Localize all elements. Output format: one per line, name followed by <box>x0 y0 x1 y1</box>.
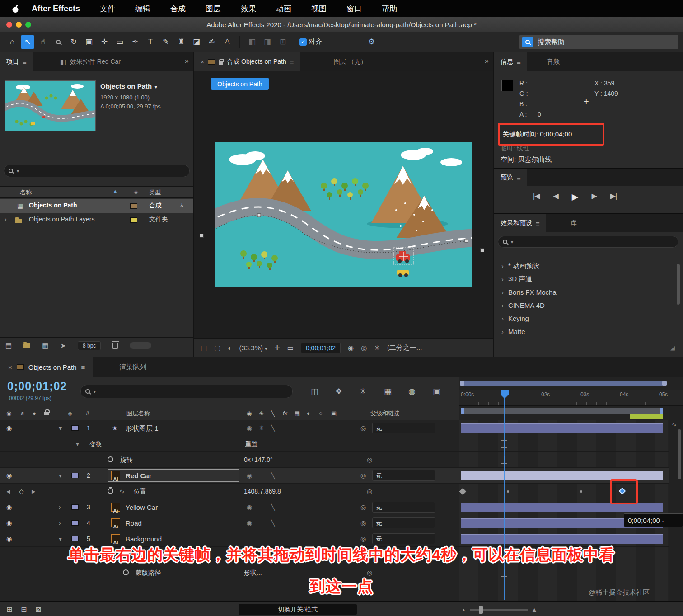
effects-scrollbar[interactable] <box>677 264 680 305</box>
eye-icon[interactable]: ◉ <box>6 468 12 484</box>
grid-guides-icon[interactable]: ✛ <box>274 344 280 352</box>
twirl-icon[interactable]: › <box>5 216 7 223</box>
menu-window[interactable]: 窗口 <box>346 4 362 14</box>
tab-composition[interactable]: × 合成 Objects on Path ≡ <box>194 52 300 71</box>
layer-color-chip[interactable] <box>71 520 79 526</box>
panel-menu-icon[interactable]: ≡ <box>536 220 540 227</box>
next-keyframe-icon[interactable]: ▶ <box>32 484 35 499</box>
prev-keyframe-icon[interactable]: ◀ <box>6 484 10 499</box>
project-search-input[interactable]: ▾ <box>4 165 190 177</box>
property-label[interactable]: 位置 <box>134 484 146 499</box>
channels-icon[interactable]: ◐ <box>228 344 232 352</box>
frame-blending-icon[interactable]: ▦ <box>384 377 392 406</box>
project-bit-depth[interactable]: 8 bpc <box>78 341 101 350</box>
tab-project[interactable]: 项目≡ <box>0 52 33 71</box>
switch-icon[interactable]: ◉ <box>247 468 252 484</box>
graph-icon[interactable]: ∿ <box>119 484 125 499</box>
pickwhip-icon[interactable]: ◎ <box>360 468 366 484</box>
layer-name[interactable]: 形状图层 1 <box>126 420 159 436</box>
timeline-vertical-scrollbar[interactable] <box>678 429 681 479</box>
tab-render-queue[interactable]: 渲染队列 <box>111 357 154 377</box>
column-type[interactable]: 类型 <box>149 188 161 197</box>
workspace-icon-c[interactable]: ⊞ <box>276 35 290 49</box>
search-help-field[interactable]: 搜索帮助 <box>519 35 678 49</box>
new-folder-icon[interactable] <box>23 343 30 348</box>
sort-asc-icon[interactable]: ▲ <box>113 188 117 193</box>
eye-icon[interactable]: ◉ <box>6 420 12 436</box>
motion-blur-icon[interactable]: ◍ <box>408 377 416 406</box>
pen-tool-icon[interactable]: ✒ <box>128 35 142 49</box>
path-vertex-handle[interactable] <box>200 234 204 238</box>
keyframe-diamond-start[interactable] <box>459 488 467 495</box>
layer-color-chip[interactable] <box>71 425 79 431</box>
twirl-icon[interactable]: › <box>501 301 504 309</box>
keyframe-dot[interactable] <box>580 490 582 493</box>
twirl-icon[interactable]: › <box>59 515 61 531</box>
panel-expand-icon[interactable]: » <box>185 57 189 65</box>
close-icon[interactable]: × <box>201 58 204 66</box>
pickwhip-icon[interactable]: ◎ <box>360 515 366 531</box>
menu-help[interactable]: 帮助 <box>382 4 397 14</box>
show-snapshot-icon[interactable]: ◎ <box>361 344 367 352</box>
tab-effect-controls[interactable]: ◧ 效果控件 Red Car <box>54 52 127 71</box>
menu-app-name[interactable]: After Effects <box>32 4 80 14</box>
graph-toggle-icon[interactable]: ∿ <box>672 421 677 428</box>
tab-audio[interactable]: 音频 <box>541 52 566 71</box>
close-window-button[interactable] <box>6 22 12 28</box>
menu-view[interactable]: 视图 <box>311 4 327 14</box>
switch-icon[interactable]: ◉ <box>247 499 252 515</box>
property-group-transform[interactable]: ▾ 变换 重置 <box>0 436 676 452</box>
lock-icon[interactable] <box>219 61 223 65</box>
twirl-icon[interactable]: ▾ <box>76 436 79 452</box>
pickwhip-icon[interactable]: ◎ <box>360 499 366 515</box>
type-tool-icon[interactable]: T <box>144 35 157 49</box>
resolution-dropdown[interactable]: (二分之一... <box>387 343 422 352</box>
view-layout-icon[interactable]: ▤ <box>201 344 207 352</box>
rotation-value[interactable]: 0x+147.0° <box>244 452 273 468</box>
previous-frame-button[interactable]: ◀ <box>553 192 558 202</box>
camera-tool-icon[interactable]: ▣ <box>82 35 96 49</box>
layer-row-yellow-car[interactable]: ◉ › 3 Ai Yellow Car ◉ ╲ ◎ 无▾ <box>0 499 676 515</box>
panel-menu-icon[interactable]: ≡ <box>81 363 85 371</box>
menu-edit[interactable]: 编辑 <box>135 4 150 14</box>
zoom-out-icon[interactable]: ▲ <box>462 602 466 616</box>
effects-search-input[interactable]: ▾ <box>498 236 678 248</box>
property-row-position[interactable]: ◀ ◇ ▶ ∿ 位置 1408.7,869.8 ◎ <box>0 484 676 499</box>
panel-menu-icon[interactable]: ≡ <box>290 58 294 66</box>
switch-icon[interactable]: ╲ <box>271 420 275 436</box>
column-name[interactable]: 名称 <box>20 188 32 197</box>
property-label[interactable]: 旋转 <box>120 452 133 468</box>
tab-preview[interactable]: 预览≡ <box>494 169 527 186</box>
reset-link[interactable]: 重置 <box>245 436 258 452</box>
home-icon[interactable]: ⌂ <box>5 35 19 49</box>
delete-icon[interactable] <box>112 343 118 349</box>
parent-dropdown[interactable]: 无▾ <box>372 502 435 513</box>
effects-item-cinema-4d[interactable]: ›CINEMA 4D <box>494 299 679 312</box>
composition-mini-flowchart-icon[interactable]: ◫ <box>311 377 318 406</box>
layer-name[interactable]: Yellow Car <box>126 499 158 515</box>
switch-icon[interactable]: ✳ <box>259 420 264 436</box>
graph-editor-icon[interactable]: ▣ <box>433 377 440 406</box>
path-vertex-handle[interactable] <box>480 248 484 252</box>
menu-file[interactable]: 文件 <box>100 4 115 14</box>
effects-item-3d-channel[interactable]: ›3D 声道 <box>494 273 679 286</box>
roto-brush-tool-icon[interactable]: ✍ <box>205 35 219 49</box>
pan-behind-tool-icon[interactable]: ✛ <box>98 35 111 49</box>
color-management-icon[interactable]: ✳ <box>374 344 380 352</box>
panel-resize-icon[interactable]: ◢ <box>670 344 675 351</box>
project-list-header[interactable]: 名称 ▲ ◈ 类型 <box>0 186 193 198</box>
tab-info[interactable]: 信息≡ <box>494 52 527 71</box>
selection-tool-icon[interactable]: ↖ <box>21 35 34 49</box>
menu-animation[interactable]: 动画 <box>276 4 291 14</box>
work-area-start-handle[interactable] <box>461 408 464 414</box>
play-button[interactable]: ▶ <box>572 192 578 202</box>
panel-menu-icon[interactable]: ≡ <box>517 58 521 66</box>
layer-name[interactable]: Road <box>126 515 142 531</box>
last-frame-button[interactable]: ▶| <box>610 192 617 202</box>
composition-canvas[interactable] <box>215 142 472 287</box>
effects-item-animation-presets[interactable]: ›* 动画预设 <box>494 259 679 273</box>
add-keyframe-icon[interactable]: ◇ <box>19 484 24 499</box>
switch-icon[interactable]: ╲ <box>271 468 275 484</box>
comp-navigator-button[interactable]: Objects on Path <box>211 78 269 90</box>
brush-tool-icon[interactable]: ✎ <box>159 35 173 49</box>
